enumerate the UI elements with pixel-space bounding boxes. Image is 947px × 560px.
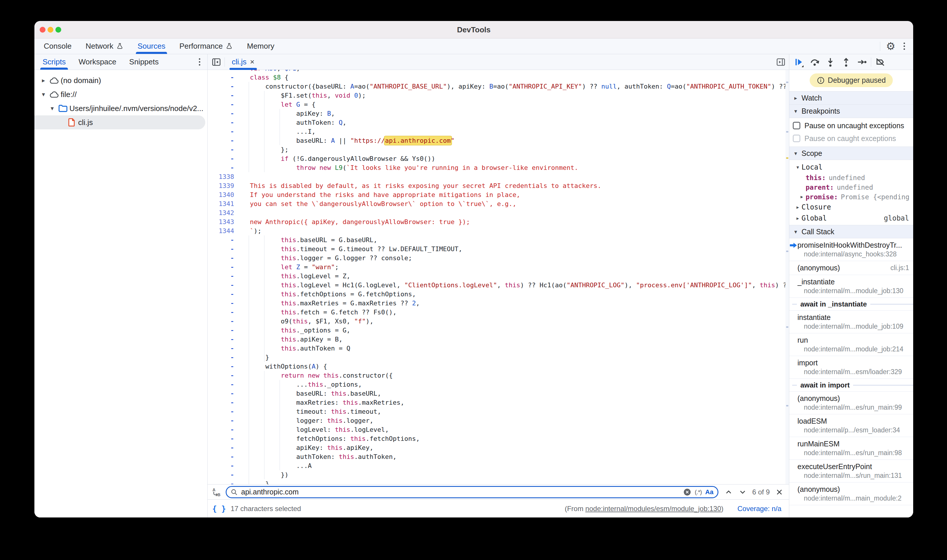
line-gutter[interactable]: -: [208, 389, 238, 398]
scope-group-closure[interactable]: ▸Closure: [789, 202, 913, 213]
navigator-tab-workspace[interactable]: Workspace: [72, 54, 123, 70]
close-tab-icon[interactable]: ×: [250, 57, 254, 66]
code-line-42[interactable]: - fetchOptions: this.fetchOptions,: [208, 434, 789, 443]
code-line-43[interactable]: - apiKey: this.apiKey,: [208, 443, 789, 452]
line-gutter[interactable]: -: [208, 461, 238, 470]
line-gutter[interactable]: -: [208, 70, 238, 73]
line-gutter[interactable]: -: [208, 254, 238, 263]
line-gutter[interactable]: -: [208, 371, 238, 380]
coverage-link[interactable]: Coverage: n/a: [737, 505, 781, 513]
step-out-button[interactable]: [839, 55, 853, 68]
tree-collapsed-arrow-icon[interactable]: ▸: [39, 77, 48, 84]
search-input[interactable]: api.anthropic.com (.*) Aa: [226, 486, 719, 498]
line-gutter[interactable]: 1341: [208, 199, 238, 208]
section-breakpoints[interactable]: ▾ Breakpoints: [789, 105, 913, 118]
scope-variable-parent[interactable]: parent:undefined: [789, 182, 913, 192]
code-line-15[interactable]: 1340If you understand the risks and have…: [208, 190, 789, 199]
code-line-20[interactable]: - this.baseURL = G.baseURL,: [208, 235, 789, 245]
code-line-46[interactable]: - }): [208, 470, 789, 479]
step-button[interactable]: [855, 55, 868, 68]
tree-item-cli-js[interactable]: cli.js: [34, 115, 205, 129]
line-gutter[interactable]: -: [208, 434, 238, 443]
line-gutter[interactable]: -: [208, 398, 238, 407]
line-gutter[interactable]: -: [208, 443, 238, 452]
section-watch[interactable]: ▸ Watch: [789, 91, 913, 105]
code-line-40[interactable]: - logger: this.logger,: [208, 416, 789, 425]
hide-debugger-sidebar-icon[interactable]: [776, 57, 786, 67]
code-line-23[interactable]: - let Z = "warn";: [208, 263, 789, 272]
tree-item--no-domain-[interactable]: ▸(no domain): [34, 74, 207, 88]
scope-variable-this[interactable]: this:undefined: [789, 173, 913, 182]
code-line-41[interactable]: - logLevel: this.logLevel,: [208, 425, 789, 434]
code-line-21[interactable]: - this.timeout = G.timeout ?? Lw.DEFAULT…: [208, 245, 789, 254]
line-gutter[interactable]: -: [208, 235, 238, 245]
scope-expanded-arrow-icon[interactable]: ▾: [794, 164, 802, 171]
line-gutter[interactable]: -: [208, 73, 238, 82]
code-line-26[interactable]: - this.fetchOptions = G.fetchOptions,: [208, 289, 789, 298]
code-line-5[interactable]: - let G = {: [208, 100, 789, 109]
callstack-frame--anonymous-[interactable]: (anonymous)node:internal/m...es/run_main…: [789, 392, 913, 414]
code-line-38[interactable]: - maxRetries: this.maxRetries,: [208, 398, 789, 407]
code-editor[interactable]: -var Xs0, $F1;-class $8 {- constructor({…: [208, 70, 789, 484]
tree-item-users-jinhuilee-nvm-versions-node-v2-[interactable]: ▾Users/jinhuilee/.nvm/versions/node/v2..…: [34, 102, 207, 115]
code-line-7[interactable]: - authToken: Q,: [208, 118, 789, 127]
line-gutter[interactable]: -: [208, 109, 238, 118]
line-gutter[interactable]: -: [208, 353, 238, 362]
callstack-frame-loadesm[interactable]: loadESMnode:internal/p.../esm_loader:34: [789, 414, 913, 437]
code-line-12[interactable]: - throw new L9(`It looks like you're run…: [208, 163, 789, 172]
line-gutter[interactable]: 1343: [208, 217, 238, 226]
line-gutter[interactable]: -: [208, 245, 238, 254]
code-line-39[interactable]: - timeout: this.timeout,: [208, 407, 789, 416]
line-gutter[interactable]: -: [208, 308, 238, 317]
tree-expanded-arrow-icon[interactable]: ▾: [48, 105, 57, 112]
code-line-6[interactable]: - apiKey: B,: [208, 109, 789, 118]
line-gutter[interactable]: -: [208, 145, 238, 154]
section-scope[interactable]: ▾ Scope: [789, 146, 913, 160]
navigator-tab-scripts[interactable]: Scripts: [36, 54, 72, 70]
code-line-35[interactable]: - return new this.constructor({: [208, 371, 789, 380]
tab-network[interactable]: Network: [79, 38, 130, 54]
code-line-44[interactable]: - authToken: this.authToken,: [208, 452, 789, 461]
code-line-45[interactable]: - ...A: [208, 461, 789, 470]
line-gutter[interactable]: 1339: [208, 181, 238, 190]
tree-expanded-arrow-icon[interactable]: ▾: [39, 91, 48, 98]
line-gutter[interactable]: -: [208, 281, 238, 289]
hide-navigator-icon[interactable]: [211, 57, 222, 67]
line-gutter[interactable]: -: [208, 154, 238, 163]
tab-performance[interactable]: Performance: [172, 38, 240, 54]
line-gutter[interactable]: -: [208, 100, 238, 109]
scope-collapsed-arrow-icon[interactable]: ▸: [794, 204, 802, 210]
callstack-frame--anonymous-[interactable]: (anonymous)node:internal/m...main_module…: [789, 483, 913, 505]
line-gutter[interactable]: -: [208, 317, 238, 326]
replace-toggle-icon[interactable]: A B: [212, 487, 222, 497]
more-options-icon[interactable]: [901, 42, 907, 51]
step-into-button[interactable]: [824, 55, 837, 68]
code-line-29[interactable]: - o9(this, $F1, Xs0, "f"),: [208, 317, 789, 326]
code-line-27[interactable]: - this.maxRetries = G.maxRetries ?? 2,: [208, 298, 789, 308]
tab-console[interactable]: Console: [37, 38, 79, 54]
scope-variable-promise[interactable]: ▸promise:Promise {<pending>}: [789, 192, 913, 202]
code-line-19[interactable]: 1344`);: [208, 226, 789, 235]
line-gutter[interactable]: -: [208, 407, 238, 416]
line-gutter[interactable]: -: [208, 326, 238, 335]
code-line-3[interactable]: - constructor({baseURL: A=ao("ANTHROPIC_…: [208, 82, 789, 91]
code-line-31[interactable]: - this.apiKey = B,: [208, 335, 789, 344]
code-line-37[interactable]: - baseURL: this.baseURL,: [208, 389, 789, 398]
line-gutter[interactable]: 1342: [208, 208, 238, 217]
code-line-17[interactable]: 1342: [208, 208, 789, 217]
scope-collapsed-arrow-icon[interactable]: ▸: [794, 215, 802, 222]
line-gutter[interactable]: -: [208, 163, 238, 172]
regex-toggle[interactable]: (.*): [695, 489, 702, 495]
line-gutter[interactable]: -: [208, 362, 238, 371]
callstack-frame-import[interactable]: importnode:internal/m...esm/loader:329: [789, 356, 913, 379]
line-gutter[interactable]: -: [208, 136, 238, 145]
step-over-button[interactable]: [808, 55, 821, 68]
scope-group-global[interactable]: ▸Globalglobal: [789, 213, 913, 224]
callstack-frame-runmainesm[interactable]: runMainESMnode:internal/m...es/run_main:…: [789, 437, 913, 460]
line-gutter[interactable]: 1338: [208, 172, 238, 181]
line-gutter[interactable]: -: [208, 263, 238, 272]
line-gutter[interactable]: -: [208, 289, 238, 298]
code-line-4[interactable]: - $F1.set(this, void 0);: [208, 91, 789, 100]
callstack-frame-promiseinithookwithdestroytr-[interactable]: promiseInitHookWithDestroyTr...node:inte…: [789, 238, 913, 261]
line-gutter[interactable]: -: [208, 452, 238, 461]
